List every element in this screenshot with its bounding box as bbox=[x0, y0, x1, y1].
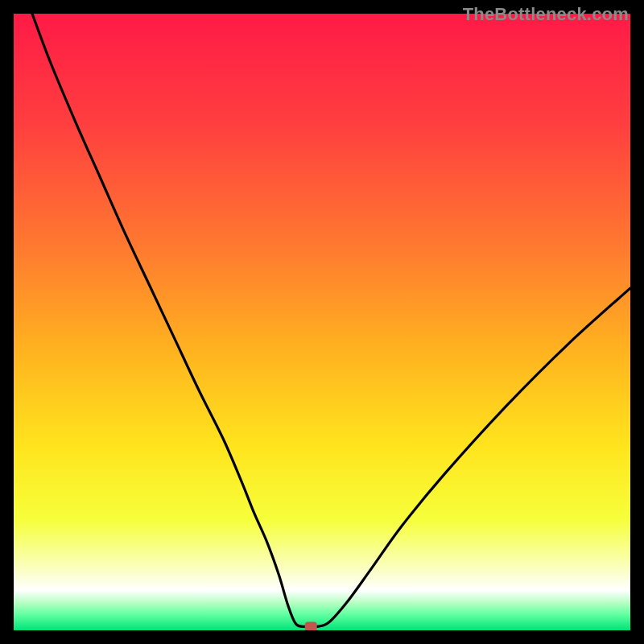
optimal-point-marker bbox=[305, 621, 317, 630]
bottleneck-chart bbox=[14, 14, 630, 630]
gradient-background bbox=[14, 14, 630, 630]
watermark-text: TheBottleneck.com bbox=[463, 4, 629, 25]
chart-frame bbox=[14, 14, 630, 630]
